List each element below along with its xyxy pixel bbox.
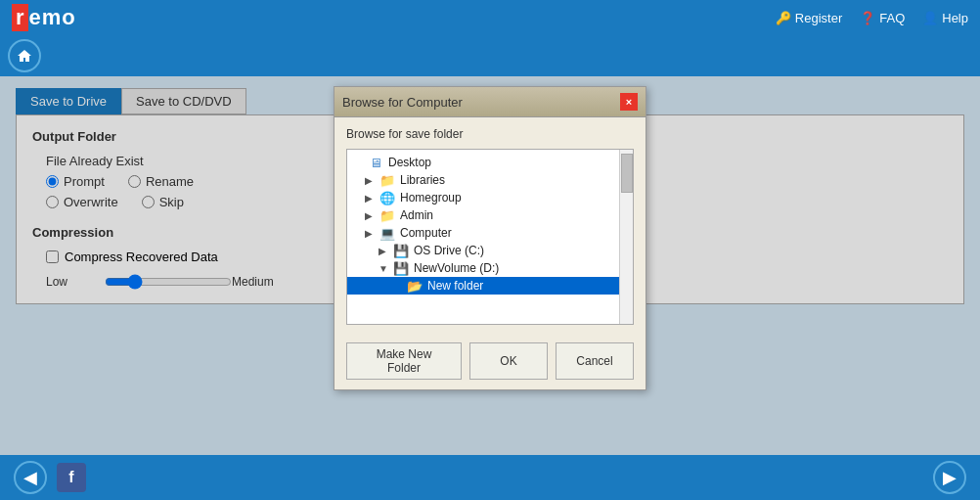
tree-label-os-drive: OS Drive (C:) — [414, 244, 484, 257]
new-folder-icon: 📂 — [406, 279, 423, 293]
tree-item-homegroup[interactable]: ▶ 🌐 Homegroup — [347, 189, 633, 206]
forward-button[interactable]: ▶ — [933, 461, 966, 494]
browse-dialog: Browse for Computer × Browse for save fo… — [334, 86, 646, 390]
tree-label-libraries: Libraries — [400, 173, 445, 187]
make-new-folder-button[interactable]: Make New Folder — [346, 342, 462, 380]
dialog-body: Browse for save folder 🖥 Desktop ▶ 📁 — [334, 117, 646, 335]
back-icon: ◀ — [23, 467, 37, 488]
dialog-footer: Make New Folder OK Cancel — [334, 335, 646, 389]
tree-label-admin: Admin — [400, 208, 433, 222]
tree-label-new-folder: New folder — [427, 279, 483, 293]
facebook-button[interactable]: f — [57, 463, 86, 492]
tree-item-newvolume[interactable]: ▼ 💾 NewVolume (D:) — [347, 259, 633, 277]
tree-arrow-homegroup: ▶ — [365, 193, 377, 204]
monitor-icon: 🖥 — [367, 156, 384, 169]
faq-label: FAQ — [879, 11, 905, 25]
register-nav-item[interactable]: 🔑 Register — [776, 11, 842, 25]
tree-item-desktop[interactable]: 🖥 Desktop — [347, 154, 633, 171]
globe-icon: 🌐 — [379, 191, 396, 205]
top-bar: remo 🔑 Register ❓ FAQ 👤 Help — [0, 0, 980, 35]
folder-icon-admin: 📁 — [379, 208, 396, 222]
dialog-titlebar: Browse for Computer × — [334, 87, 646, 117]
tree-item-libraries[interactable]: ▶ 📁 Libraries — [347, 171, 633, 189]
back-button[interactable]: ◀ — [14, 461, 47, 494]
dialog-title: Browse for Computer — [342, 95, 463, 110]
tree-item-computer[interactable]: ▶ 💻 Computer — [347, 224, 633, 242]
tree-arrow-os-drive: ▶ — [379, 246, 390, 256]
tree-label-newvolume: NewVolume (D:) — [414, 261, 499, 275]
tree-label-desktop: Desktop — [388, 156, 431, 169]
home-button[interactable] — [8, 39, 41, 72]
tree-arrow-libraries: ▶ — [365, 175, 377, 186]
facebook-icon: f — [68, 469, 73, 486]
tree-label-homegroup: Homegroup — [400, 191, 462, 205]
bottom-bar: ◀ f ▶ — [0, 455, 980, 500]
main-area: Save to Drive Save to CD/DVD Output Fold… — [0, 35, 980, 455]
dialog-subtitle: Browse for save folder — [346, 127, 634, 141]
tree-arrow-computer: ▶ — [365, 228, 377, 239]
person-icon: 👤 — [922, 11, 938, 25]
folder-icon-libraries: 📁 — [379, 173, 396, 187]
scrollbar-track[interactable] — [619, 150, 633, 324]
dialog-overlay: Browse for Computer × Browse for save fo… — [0, 76, 980, 455]
key-icon: 🔑 — [776, 11, 791, 25]
logo-r: r — [12, 4, 28, 31]
tree-label-computer: Computer — [400, 226, 452, 240]
help-nav-item[interactable]: 👤 Help — [922, 11, 968, 25]
content-area: Save to Drive Save to CD/DVD Output Fold… — [0, 76, 980, 455]
file-tree[interactable]: 🖥 Desktop ▶ 📁 Libraries ▶ 🌐 — [346, 149, 634, 325]
faq-nav-item[interactable]: ❓ FAQ — [860, 11, 905, 25]
cancel-button[interactable]: Cancel — [556, 342, 634, 380]
logo-text: emo — [29, 5, 76, 30]
tree-arrow-newvolume: ▼ — [379, 263, 390, 274]
scrollbar-thumb[interactable] — [621, 154, 633, 193]
top-nav: 🔑 Register ❓ FAQ 👤 Help — [776, 11, 968, 25]
computer-icon: 💻 — [379, 226, 396, 240]
dialog-close-button[interactable]: × — [620, 93, 638, 111]
home-row — [0, 35, 980, 76]
logo: remo — [12, 4, 76, 31]
ok-button[interactable]: OK — [469, 342, 548, 380]
tree-item-new-folder[interactable]: 📂 New folder — [347, 277, 633, 295]
drive-icon-c: 💾 — [392, 244, 410, 257]
help-label: Help — [942, 11, 968, 25]
tree-item-admin[interactable]: ▶ 📁 Admin — [347, 206, 633, 224]
drive-icon-d: 💾 — [392, 261, 410, 275]
register-label: Register — [795, 11, 842, 25]
faq-icon: ❓ — [860, 11, 875, 25]
tree-item-os-drive[interactable]: ▶ 💾 OS Drive (C:) — [347, 242, 633, 259]
forward-icon: ▶ — [943, 467, 957, 488]
tree-arrow-admin: ▶ — [365, 210, 377, 221]
